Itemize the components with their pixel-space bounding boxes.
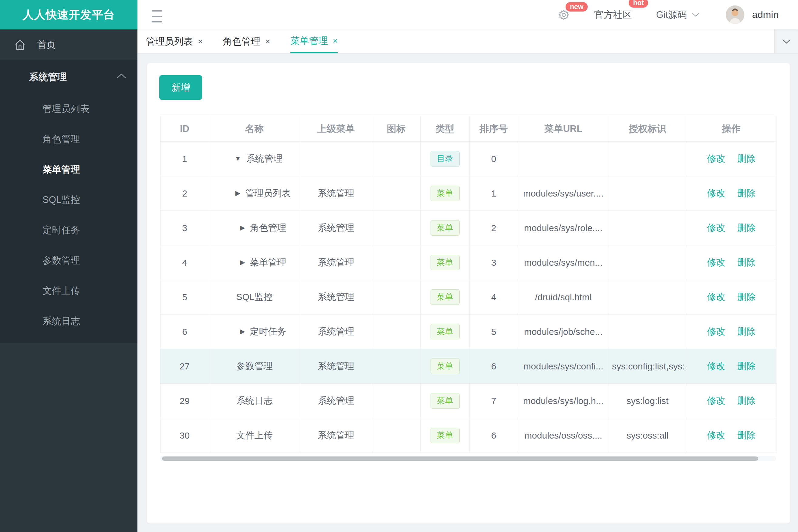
cell-perms: sys:config:list,sys:.. bbox=[609, 349, 686, 384]
community-link[interactable]: 官方社区 hot bbox=[594, 8, 632, 21]
cell-type: 菜单 bbox=[421, 349, 470, 384]
sidebar-group-header[interactable]: 系统管理 bbox=[0, 60, 137, 94]
username-label[interactable]: admin bbox=[752, 9, 779, 20]
type-tag-menu: 菜单 bbox=[430, 289, 460, 305]
sidebar-item-admin-list[interactable]: 管理员列表 bbox=[0, 94, 137, 124]
sidebar-home-label: 首页 bbox=[37, 39, 56, 51]
edit-link[interactable]: 修改 bbox=[707, 361, 725, 371]
scrollbar-thumb[interactable] bbox=[162, 456, 758, 461]
type-tag-dir: 目录 bbox=[430, 151, 460, 166]
edit-link[interactable]: 修改 bbox=[707, 430, 725, 440]
menu-mgmt-card: 新增 ID 名称 上级菜单 图标 bbox=[147, 63, 790, 524]
cell-name: ▼系统管理 bbox=[209, 141, 300, 176]
sidebar-item-param-mgmt[interactable]: 参数管理 bbox=[0, 245, 137, 276]
edit-link[interactable]: 修改 bbox=[707, 188, 725, 198]
table-row: 5 SQL监控 系统管理 菜单 4 /druid/sql.html 修改删除 bbox=[161, 280, 777, 315]
cell-actions: 修改删除 bbox=[686, 418, 777, 453]
cell-icon bbox=[372, 280, 421, 315]
top-navbar: new 官方社区 hot Git源码 bbox=[137, 0, 798, 30]
sidebar-item-menu-mgmt[interactable]: 菜单管理 bbox=[0, 154, 137, 185]
delete-link[interactable]: 删除 bbox=[737, 292, 756, 302]
edit-link[interactable]: 修改 bbox=[707, 396, 725, 405]
cell-perms: sys:oss:all bbox=[609, 418, 686, 453]
cell-url: modules/oss/oss.... bbox=[518, 418, 609, 453]
cell-url: modules/sys/user.... bbox=[518, 176, 609, 211]
page-content: 新增 ID 名称 上级菜单 图标 bbox=[137, 53, 798, 532]
cell-order: 0 bbox=[470, 141, 518, 176]
sidebar-item-role-mgmt[interactable]: 角色管理 bbox=[0, 124, 137, 154]
col-order: 排序号 bbox=[470, 116, 518, 141]
cell-perms bbox=[609, 141, 686, 176]
cell-order: 2 bbox=[470, 211, 518, 245]
cell-order: 6 bbox=[470, 418, 518, 453]
cell-icon bbox=[372, 315, 421, 349]
edit-link[interactable]: 修改 bbox=[707, 292, 725, 302]
table-row: 30 文件上传 系统管理 菜单 6 modules/oss/oss.... sy… bbox=[161, 418, 777, 453]
topbar-right-group: new 官方社区 hot Git源码 bbox=[558, 0, 779, 30]
sidebar-item-sql-monitor[interactable]: SQL监控 bbox=[0, 185, 137, 215]
horizontal-scrollbar bbox=[160, 456, 776, 461]
sidebar-item-label: 参数管理 bbox=[42, 254, 80, 267]
settings-button[interactable]: new bbox=[558, 9, 570, 21]
cell-icon bbox=[372, 245, 421, 280]
chevron-down-icon bbox=[692, 13, 700, 17]
expand-row-icon[interactable]: ▶ bbox=[240, 259, 245, 266]
table-row: 4 ▶菜单管理 系统管理 菜单 3 modules/sys/men... 修改删… bbox=[161, 245, 777, 280]
cell-name: ▶定时任务 bbox=[209, 315, 300, 349]
delete-link[interactable]: 删除 bbox=[737, 396, 756, 405]
delete-link[interactable]: 删除 bbox=[737, 257, 756, 267]
sidebar-item-scheduled-tasks[interactable]: 定时任务 bbox=[0, 215, 137, 245]
expand-row-icon[interactable]: ▶ bbox=[236, 189, 241, 197]
table-row: 3 ▶角色管理 系统管理 菜单 2 modules/sys/role.... 修… bbox=[161, 211, 777, 245]
chevron-down-icon bbox=[782, 39, 791, 44]
delete-link[interactable]: 删除 bbox=[737, 361, 756, 371]
cell-name: ▶菜单管理 bbox=[209, 245, 300, 280]
edit-link[interactable]: 修改 bbox=[707, 257, 725, 267]
delete-link[interactable]: 删除 bbox=[737, 188, 756, 198]
collapse-row-icon[interactable]: ▼ bbox=[235, 155, 241, 163]
add-button[interactable]: 新增 bbox=[159, 75, 202, 100]
sidebar-item-label: 角色管理 bbox=[42, 133, 80, 146]
tab-menu-mgmt[interactable]: 菜单管理 × bbox=[290, 30, 338, 53]
type-tag-menu: 菜单 bbox=[430, 359, 460, 374]
cell-icon bbox=[372, 176, 421, 211]
close-icon[interactable]: × bbox=[265, 37, 270, 46]
tab-admin-list[interactable]: 管理员列表 × bbox=[146, 30, 203, 53]
cell-parent bbox=[300, 141, 372, 176]
cell-type: 菜单 bbox=[421, 315, 470, 349]
cell-name: 文件上传 bbox=[209, 418, 300, 453]
delete-link[interactable]: 删除 bbox=[737, 430, 756, 440]
cell-name: 系统日志 bbox=[209, 384, 300, 418]
tab-label: 菜单管理 bbox=[290, 35, 328, 47]
app-logo: 人人快速开发平台 bbox=[0, 0, 137, 30]
edit-link[interactable]: 修改 bbox=[707, 326, 725, 336]
cell-id: 6 bbox=[161, 315, 209, 349]
close-icon[interactable]: × bbox=[333, 36, 338, 46]
cell-actions: 修改删除 bbox=[686, 245, 777, 280]
cell-actions: 修改删除 bbox=[686, 280, 777, 315]
sidebar-item-file-upload[interactable]: 文件上传 bbox=[0, 276, 137, 306]
sidebar-item-label: 菜单管理 bbox=[42, 163, 80, 176]
edit-link[interactable]: 修改 bbox=[707, 153, 725, 164]
cell-actions: 修改删除 bbox=[686, 384, 777, 418]
cell-actions: 修改删除 bbox=[686, 141, 777, 176]
sidebar-item-system-log[interactable]: 系统日志 bbox=[0, 306, 137, 336]
sidebar-item-home[interactable]: 首页 bbox=[0, 30, 137, 60]
sidebar-collapse-icon[interactable] bbox=[152, 8, 162, 24]
expand-row-icon[interactable]: ▶ bbox=[240, 327, 245, 336]
delete-link[interactable]: 删除 bbox=[737, 326, 756, 336]
delete-link[interactable]: 删除 bbox=[737, 153, 756, 164]
tab-role-mgmt[interactable]: 角色管理 × bbox=[223, 30, 270, 53]
edit-link[interactable]: 修改 bbox=[707, 223, 725, 233]
cell-parent: 系统管理 bbox=[300, 245, 372, 280]
cell-perms bbox=[609, 211, 686, 245]
delete-link[interactable]: 删除 bbox=[737, 223, 756, 233]
expand-row-icon[interactable]: ▶ bbox=[240, 224, 245, 232]
tab-overflow-button[interactable] bbox=[774, 30, 798, 53]
cell-perms: sys:log:list bbox=[609, 384, 686, 418]
user-avatar[interactable] bbox=[726, 5, 744, 24]
cell-name: SQL监控 bbox=[209, 280, 300, 315]
cell-parent: 系统管理 bbox=[300, 384, 372, 418]
close-icon[interactable]: × bbox=[198, 37, 203, 46]
git-source-link[interactable]: Git源码 bbox=[656, 8, 700, 21]
